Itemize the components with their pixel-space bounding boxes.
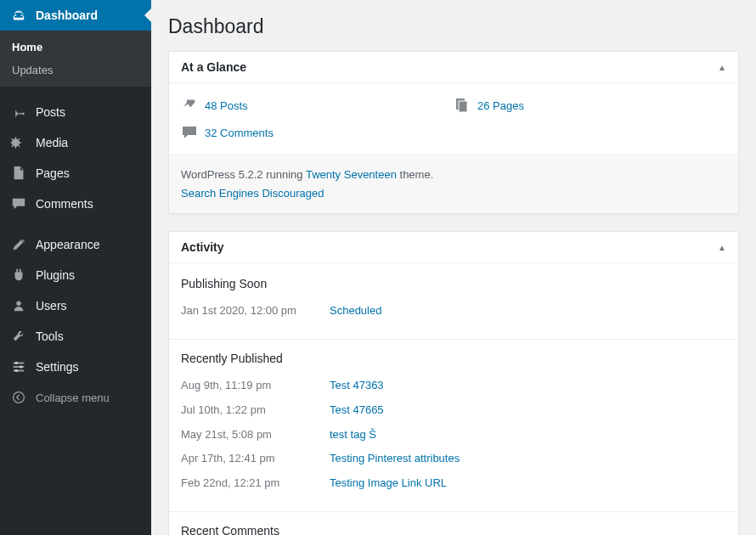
sidebar-label: Settings [36,360,79,374]
sidebar-item-dashboard[interactable]: Dashboard [0,0,151,31]
svg-point-4 [15,362,19,365]
activity-row: May 21st, 5:08 pm test tag Š [181,423,726,448]
svg-point-7 [14,392,25,403]
sidebar-label: Posts [36,105,65,119]
brush-icon [10,236,27,253]
widget-body: Publishing Soon Jan 1st 2020, 12:00 pm S… [169,263,738,535]
activity-date: Feb 22nd, 12:21 pm [181,475,330,493]
activity-link[interactable]: Testing Image Link URL [330,475,447,493]
sidebar-item-plugins[interactable]: Plugins [0,260,151,290]
sidebar-sub-home[interactable]: Home [0,36,151,59]
scheduled-list: Jan 1st 2020, 12:00 pm Scheduled [181,299,726,324]
sidebar-label: Media [36,136,68,149]
activity-date: May 21st, 5:08 pm [181,426,330,444]
sidebar-item-appearance[interactable]: Appearance [0,229,151,260]
publishing-soon-title: Publishing Soon [181,277,726,290]
glance-comments: 32 Comments [181,121,454,148]
pages-icon [454,97,471,114]
toggle-up-icon[interactable]: ▲ [718,63,726,72]
settings-icon [10,358,27,375]
recent-comments-title: Recent Comments [181,524,726,535]
sidebar-label: Dashboard [36,8,98,22]
glance-comments-link[interactable]: 32 Comments [205,127,274,139]
comment-icon [181,124,198,141]
sidebar-item-users[interactable]: Users [0,290,151,321]
sidebar-item-media[interactable]: Media [0,127,151,158]
main-content: Dashboard At a Glance ▲ 48 Posts [151,0,756,535]
sidebar-item-comments[interactable]: Comments [0,189,151,219]
theme-link[interactable]: Twenty Seventeen [306,168,397,181]
widget-header[interactable]: At a Glance ▲ [169,52,738,83]
activity-date: Jan 1st 2020, 12:00 pm [181,302,330,320]
glance-pages: 26 Pages [454,93,726,121]
pin-icon [181,97,198,114]
sidebar-item-pages[interactable]: Pages [0,158,151,189]
page-title: Dashboard [168,8,739,38]
widget-body: 48 Posts 32 Comments [169,83,738,213]
svg-rect-9 [459,101,467,112]
search-engines-link[interactable]: Search Engines Discouraged [181,187,324,200]
svg-point-0 [16,301,20,306]
activity-date: Aug 9th, 11:19 pm [181,377,330,395]
wp-version-text: WordPress 5.2.2 running [181,168,306,181]
media-icon [10,134,27,151]
activity-link[interactable]: Scheduled [330,302,381,320]
divider [169,339,738,340]
tools-icon [10,328,27,345]
widget-title: At a Glance [181,60,246,74]
sidebar-item-settings[interactable]: Settings [0,352,151,382]
admin-sidebar: Dashboard Home Updates Posts Media Pages [0,0,151,535]
activity-widget: Activity ▲ Publishing Soon Jan 1st 2020,… [168,231,739,535]
wp-version-suffix: theme. [397,168,433,181]
sidebar-sub-updates[interactable]: Updates [0,59,151,82]
sidebar-label: Tools [36,329,64,343]
comment-icon [10,195,27,212]
svg-point-5 [20,365,23,369]
sidebar-label: Plugins [36,268,75,282]
sidebar-separator [0,219,151,229]
sidebar-label: Comments [36,197,93,211]
activity-link[interactable]: Testing Pinterest attributes [330,450,460,468]
glance-footer: WordPress 5.2.2 running Twenty Seventeen… [169,155,738,213]
pin-icon [10,104,27,121]
activity-date: Apr 17th, 12:41 pm [181,450,330,468]
sidebar-separator [0,87,151,97]
activity-row: Apr 17th, 12:41 pm Testing Pinterest att… [181,447,726,471]
widget-header[interactable]: Activity ▲ [169,232,738,263]
at-a-glance-widget: At a Glance ▲ 48 Posts [168,51,739,214]
sidebar-item-tools[interactable]: Tools [0,321,151,352]
users-icon [10,297,27,314]
sidebar-item-posts[interactable]: Posts [0,97,151,127]
glance-posts: 48 Posts [181,93,454,121]
sidebar-label: Pages [36,166,70,180]
widget-title: Activity [181,240,224,254]
sidebar-label: Users [36,299,67,313]
recent-list: Aug 9th, 11:19 pm Test 47363 Jul 10th, 1… [181,374,726,496]
activity-link[interactable]: test tag Š [330,426,376,444]
toggle-up-icon[interactable]: ▲ [718,243,726,252]
sidebar-collapse[interactable]: Collapse menu [0,382,151,413]
activity-link[interactable]: Test 47363 [330,377,384,395]
activity-date: Jul 10th, 1:22 pm [181,402,330,420]
sidebar-label: Collapse menu [36,391,110,404]
recently-published-title: Recently Published [181,352,726,365]
divider [169,511,738,512]
activity-row: Jul 10th, 1:22 pm Test 47665 [181,398,726,423]
sidebar-submenu-dashboard: Home Updates [0,31,151,87]
glance-posts-link[interactable]: 48 Posts [205,99,248,112]
activity-row: Jan 1st 2020, 12:00 pm Scheduled [181,299,726,324]
page-icon [10,165,27,182]
sidebar-label: Appearance [36,238,100,251]
activity-link[interactable]: Test 47665 [330,402,384,420]
svg-point-6 [15,369,19,373]
dashboard-icon [10,7,27,24]
plugin-icon [10,267,27,284]
activity-row: Aug 9th, 11:19 pm Test 47363 [181,374,726,398]
glance-pages-link[interactable]: 26 Pages [477,99,524,112]
collapse-icon [10,389,27,406]
activity-row: Feb 22nd, 12:21 pm Testing Image Link UR… [181,471,726,496]
